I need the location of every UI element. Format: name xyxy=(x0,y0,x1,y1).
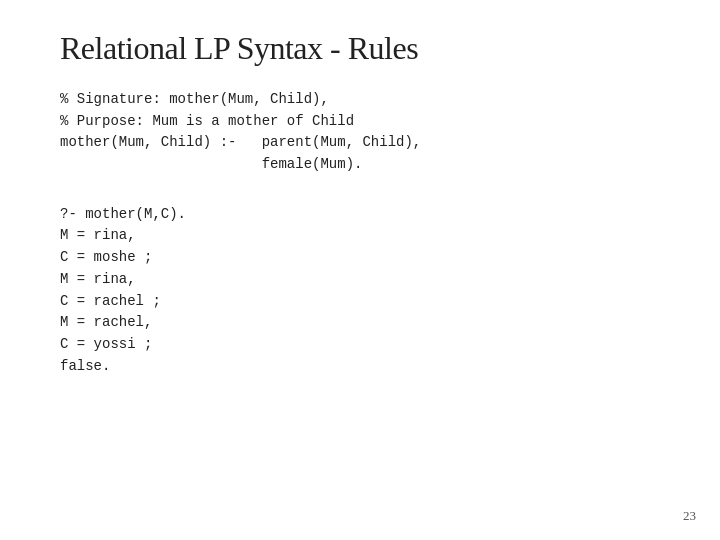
code-block-query: ?- mother(M,C). M = rina, C = moshe ; M … xyxy=(60,204,660,378)
page-number: 23 xyxy=(683,508,696,524)
slide-title: Relational LP Syntax - Rules xyxy=(60,30,660,67)
code-block-rules: % Signature: mother(Mum, Child), % Purpo… xyxy=(60,89,660,176)
slide-container: Relational LP Syntax - Rules % Signature… xyxy=(0,0,720,540)
section-gap xyxy=(60,176,660,204)
